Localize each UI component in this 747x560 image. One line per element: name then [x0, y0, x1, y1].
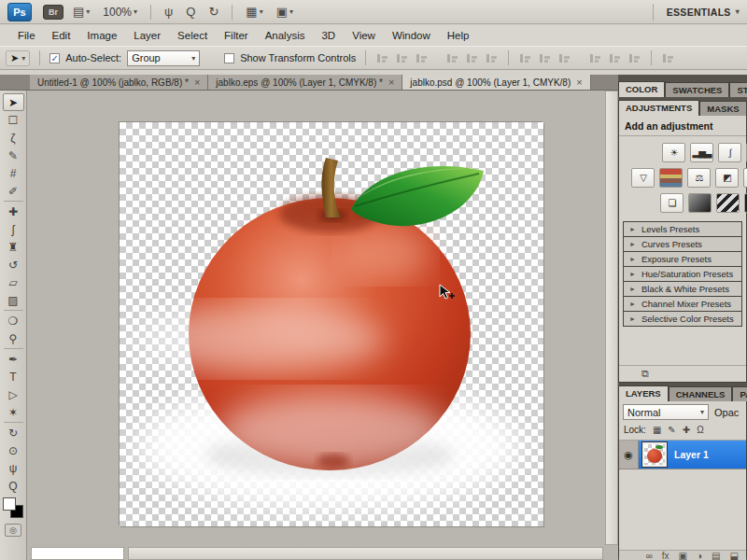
menu-view[interactable]: View: [344, 27, 384, 44]
auto-select-checkbox[interactable]: ✓: [49, 53, 60, 63]
adjustment-layer-icon[interactable]: ◑: [697, 551, 702, 560]
tab-channels[interactable]: CHANNELS: [669, 386, 733, 401]
menu-layer[interactable]: Layer: [125, 27, 169, 44]
tab-adjustments[interactable]: ADJUSTMENTS: [618, 100, 699, 116]
delete-layer-icon[interactable]: ⬓: [730, 551, 739, 560]
black-white-icon[interactable]: ◩: [715, 168, 739, 188]
expand-arrow-icon[interactable]: ►: [629, 315, 636, 322]
layer-mask-icon[interactable]: ▣: [679, 551, 687, 560]
align-bottom-edges-icon[interactable]: [415, 52, 429, 64]
panel-view-toggle-icon[interactable]: ⧉: [641, 368, 649, 380]
menu-file[interactable]: File: [9, 27, 44, 44]
levels-presets-item[interactable]: ► Levels Presets: [623, 222, 742, 237]
expand-arrow-icon[interactable]: ►: [629, 271, 636, 277]
black-white-presets-item[interactable]: ► Black & White Presets: [623, 282, 742, 297]
exposure-presets-item[interactable]: ► Exposure Presets: [623, 252, 742, 267]
zoom-tool[interactable]: Q: [3, 477, 24, 495]
align-left-edges-icon[interactable]: [445, 52, 459, 64]
close-icon[interactable]: ×: [194, 77, 200, 88]
menu-help[interactable]: Help: [439, 27, 478, 44]
align-right-edges-icon[interactable]: [485, 52, 499, 64]
color-balance-icon[interactable]: ⚖: [687, 168, 711, 188]
expand-arrow-icon[interactable]: ►: [629, 301, 636, 307]
expand-arrow-icon[interactable]: ►: [629, 226, 636, 232]
blur-tool[interactable]: ❍: [3, 312, 24, 329]
blend-mode-dropdown[interactable]: Normal ▾: [623, 404, 709, 420]
distribute-horizontal-centers-icon[interactable]: [608, 52, 622, 64]
eyedropper-tool[interactable]: ✐: [3, 182, 24, 200]
custom-shape-tool[interactable]: ✶: [3, 403, 24, 421]
photo-filter-icon[interactable]: ◉: [743, 168, 747, 188]
zoom-level-dropdown[interactable]: 100% ▾: [99, 4, 141, 21]
lock-position-icon[interactable]: ✚: [683, 425, 690, 435]
workspace-switcher[interactable]: ESSENTIALS ▾: [653, 4, 740, 21]
new-group-icon[interactable]: ▤: [712, 551, 720, 560]
vertical-scrollbar[interactable]: [605, 91, 618, 545]
curves-presets-item[interactable]: ► Curves Presets: [623, 237, 742, 252]
crop-tool[interactable]: #: [3, 164, 24, 182]
distribute-left-edges-icon[interactable]: [588, 52, 602, 64]
menu-analysis[interactable]: Analysis: [257, 27, 314, 44]
tab-styles[interactable]: STYLES: [729, 82, 747, 97]
close-icon[interactable]: ×: [388, 77, 394, 88]
show-transform-checkbox[interactable]: [224, 53, 234, 63]
lock-all-icon[interactable]: Ω: [697, 425, 703, 435]
document-tab-jablko-eps[interactable]: jablko.eps @ 100% (Layer 1, CMYK/8) * ×: [208, 75, 402, 90]
menu-image[interactable]: Image: [78, 27, 125, 44]
lasso-tool[interactable]: ζ: [3, 129, 24, 147]
brush-tool[interactable]: ʃ: [3, 220, 24, 238]
expand-arrow-icon[interactable]: ►: [629, 256, 636, 262]
distribute-right-edges-icon[interactable]: [627, 52, 641, 64]
document-tab-untitled[interactable]: Untitled-1 @ 100% (jablko, RGB/8) * ×: [30, 75, 208, 90]
status-bar-field[interactable]: [31, 547, 124, 560]
gradient-map-icon[interactable]: [688, 193, 712, 213]
menu-3d[interactable]: 3D: [313, 27, 344, 44]
foreground-color-swatch[interactable]: [3, 497, 16, 511]
artboard-transparency-grid[interactable]: [120, 122, 543, 526]
layer-thumbnail[interactable]: [642, 442, 667, 467]
type-tool[interactable]: T: [3, 368, 24, 385]
clone-stamp-tool[interactable]: ♜: [3, 238, 24, 256]
move-tool[interactable]: ➤: [3, 93, 24, 111]
canvas-area[interactable]: [27, 91, 618, 560]
zoom-tool-button[interactable]: Q: [182, 3, 199, 21]
view-extras-button[interactable]: ▤ ▾: [69, 3, 93, 21]
vibrance-icon[interactable]: ▽: [631, 168, 655, 188]
menu-select[interactable]: Select: [169, 27, 216, 44]
quick-selection-tool[interactable]: ✎: [3, 147, 24, 164]
tab-swatches[interactable]: SWATCHES: [665, 82, 729, 97]
color-swatches[interactable]: [3, 497, 23, 518]
screen-mode-button[interactable]: ▣ ▾: [273, 3, 297, 21]
eraser-tool[interactable]: ▱: [3, 273, 24, 291]
menu-edit[interactable]: Edit: [44, 27, 79, 44]
align-horizontal-centers-icon[interactable]: [465, 52, 479, 64]
photoshop-logo-icon[interactable]: Ps: [7, 3, 32, 21]
horizontal-scrollbar[interactable]: [128, 547, 603, 560]
hue-saturation-icon[interactable]: [659, 168, 683, 188]
launch-bridge-button[interactable]: Br: [43, 5, 63, 20]
selective-color-icon[interactable]: [716, 193, 740, 213]
lock-pixels-icon[interactable]: ✎: [668, 425, 675, 435]
rotate-view-button[interactable]: ↻: [204, 3, 222, 21]
tab-color[interactable]: COLOR: [618, 81, 665, 97]
selective-color-presets-item[interactable]: ► Selective Color Presets: [623, 312, 742, 327]
tab-layers[interactable]: LAYERS: [618, 385, 669, 401]
rectangular-marquee-tool[interactable]: ☐: [3, 111, 24, 129]
quick-mask-button[interactable]: ◎: [5, 524, 21, 537]
hue-saturation-presets-item[interactable]: ► Hue/Saturation Presets: [623, 267, 742, 282]
lock-transparency-icon[interactable]: ▦: [653, 425, 661, 435]
3d-rotate-tool[interactable]: ↻: [3, 424, 24, 441]
channel-mixer-icon[interactable]: ❏: [660, 193, 684, 213]
levels-icon[interactable]: ▂▅▃: [690, 143, 713, 162]
align-vertical-centers-icon[interactable]: [395, 52, 409, 64]
auto-select-target-dropdown[interactable]: Group ▾: [127, 50, 200, 66]
link-layers-icon[interactable]: ∞: [646, 551, 653, 560]
tab-masks[interactable]: MASKS: [699, 101, 746, 116]
menu-filter[interactable]: Filter: [216, 27, 257, 44]
history-brush-tool[interactable]: ↺: [3, 256, 24, 273]
align-top-edges-icon[interactable]: [375, 52, 389, 64]
distribute-bottom-edges-icon[interactable]: [557, 52, 571, 64]
menu-window[interactable]: Window: [384, 27, 439, 44]
close-icon[interactable]: ×: [576, 77, 582, 88]
pen-tool[interactable]: ✒: [3, 350, 24, 368]
